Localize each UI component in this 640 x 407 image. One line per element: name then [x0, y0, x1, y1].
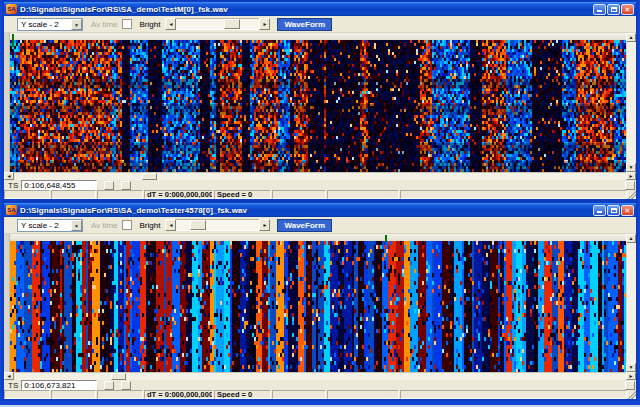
display-area: ▲ ▼	[4, 33, 636, 172]
time-ruler[interactable]	[10, 234, 626, 241]
speed-readout: Speed = 0	[214, 390, 271, 399]
scroll-left-icon[interactable]: ◄	[4, 372, 14, 380]
app-icon: SA	[6, 4, 17, 14]
status-panel-3	[97, 390, 143, 399]
horizontal-scroll-track[interactable]	[14, 372, 626, 380]
waveform-button[interactable]: WaveForm	[277, 18, 332, 31]
timestamp-row: TS 0:106,648,455	[4, 180, 636, 190]
horizontal-scroll-thumb[interactable]	[111, 373, 126, 380]
window-titlebar[interactable]: SA D:\Signals\SignalsFor\RS\SA_demo\Test…	[4, 2, 636, 16]
waveform-density-display[interactable]	[10, 40, 626, 172]
y-scale-select[interactable]: Y scale - 2 ▼	[17, 18, 83, 31]
ts-step-button-2[interactable]	[121, 181, 131, 190]
av-time-checkbox[interactable]	[122, 19, 132, 29]
chevron-down-icon[interactable]: ▼	[71, 19, 82, 30]
timestamp-field[interactable]: 0:106,673,821	[21, 380, 97, 390]
window-title: D:\Signals\SignalsFor\RS\SA_demo\Tester4…	[20, 206, 593, 215]
slider-left-arrow-icon[interactable]: ◄	[165, 18, 176, 30]
signal-viewer-window: SA D:\Signals\SignalsFor\RS\SA_demo\Test…	[2, 201, 638, 401]
av-time-checkbox[interactable]	[122, 220, 132, 230]
bright-label: Bright	[140, 20, 161, 29]
toolbar: Y scale - 2 ▼ Av time Bright ◄ ► WaveFor…	[4, 16, 636, 33]
maximize-button[interactable]	[607, 205, 620, 216]
dt-readout: dT = 0:000,000,000	[144, 390, 213, 399]
ts-step-button-1[interactable]	[104, 381, 114, 390]
scroll-right-icon[interactable]: ►	[626, 372, 636, 380]
slider-right-arrow-icon[interactable]: ►	[259, 219, 270, 231]
bright-slider-thumb[interactable]	[224, 19, 240, 29]
scroll-right-icon[interactable]: ►	[626, 172, 636, 180]
status-panel-7	[327, 190, 399, 199]
status-panel-2	[51, 190, 96, 199]
scroll-down-icon[interactable]: ▼	[626, 363, 636, 372]
horizontal-scrollbar[interactable]: ◄ ►	[4, 372, 636, 380]
signal-viewer-window: SA D:\Signals\SignalsFor\RS\SA_demo\Test…	[2, 0, 638, 201]
bright-slider[interactable]: ◄ ►	[165, 219, 270, 231]
maximize-icon	[611, 208, 617, 213]
window-title: D:\Signals\SignalsFor\RS\SA_demo\TestM[0…	[20, 5, 593, 14]
ts-step-button-2[interactable]	[121, 381, 131, 390]
ts-label: TS	[4, 181, 21, 190]
vertical-scrollbar[interactable]: ▲ ▼	[626, 234, 636, 372]
maximize-button[interactable]	[607, 4, 620, 15]
ts-right-button[interactable]	[625, 181, 635, 190]
maximize-icon	[611, 7, 617, 12]
y-scale-select[interactable]: Y scale - 2 ▼	[17, 219, 83, 232]
close-button[interactable]: ✕	[621, 4, 634, 15]
ts-right-button[interactable]	[625, 381, 635, 390]
bright-slider-track[interactable]	[176, 18, 259, 30]
slider-left-arrow-icon[interactable]: ◄	[165, 219, 176, 231]
timestamp-row: TS 0:106,673,821	[4, 380, 636, 390]
bright-slider-thumb[interactable]	[190, 220, 206, 230]
av-time-label: Av time	[91, 221, 118, 230]
display-area: ▲ ▼	[4, 234, 636, 372]
status-panel-1	[4, 190, 50, 199]
scroll-left-icon[interactable]: ◄	[4, 172, 14, 180]
bright-slider-track[interactable]	[176, 219, 259, 231]
time-ruler[interactable]	[10, 33, 626, 40]
slider-right-arrow-icon[interactable]: ►	[259, 18, 270, 30]
scroll-up-icon[interactable]: ▲	[626, 33, 636, 42]
display-main	[10, 234, 626, 372]
vertical-scroll-track[interactable]	[626, 42, 636, 163]
minimize-icon	[597, 211, 602, 213]
toolbar: Y scale - 2 ▼ Av time Bright ◄ ► WaveFor…	[4, 217, 636, 234]
bright-label: Bright	[140, 221, 161, 230]
status-panel-fill	[400, 190, 627, 199]
vertical-scrollbar[interactable]: ▲ ▼	[626, 33, 636, 172]
y-scale-value: Y scale - 2	[18, 221, 71, 230]
window-controls: ✕	[593, 4, 634, 15]
scroll-down-icon[interactable]: ▼	[626, 163, 636, 172]
status-panel-3	[97, 190, 143, 199]
waveform-button[interactable]: WaveForm	[277, 219, 332, 232]
status-panel-2	[51, 390, 96, 399]
minimize-button[interactable]	[593, 4, 606, 15]
scroll-up-icon[interactable]: ▲	[626, 234, 636, 243]
status-panel-1	[4, 390, 50, 399]
speed-readout: Speed = 0	[214, 190, 271, 199]
bright-slider[interactable]: ◄ ►	[165, 18, 270, 30]
cursor-marker[interactable]	[12, 34, 14, 47]
ts-label: TS	[4, 381, 21, 390]
resize-grip[interactable]	[628, 390, 636, 399]
resize-grip[interactable]	[628, 190, 636, 199]
minimize-button[interactable]	[593, 205, 606, 216]
status-bar: dT = 0:000,000,000 Speed = 0	[4, 390, 636, 399]
horizontal-scroll-track[interactable]	[14, 172, 626, 180]
window-controls: ✕	[593, 205, 634, 216]
chevron-down-icon[interactable]: ▼	[71, 220, 82, 231]
horizontal-scrollbar[interactable]: ◄ ►	[4, 172, 636, 180]
close-button[interactable]: ✕	[621, 205, 634, 216]
status-panel-6	[272, 190, 326, 199]
window-titlebar[interactable]: SA D:\Signals\SignalsFor\RS\SA_demo\Test…	[4, 203, 636, 217]
waveform-density-display[interactable]	[10, 241, 626, 372]
av-time-label: Av time	[91, 20, 118, 29]
timestamp-field[interactable]: 0:106,648,455	[21, 180, 97, 190]
horizontal-scroll-thumb[interactable]	[142, 173, 157, 180]
vertical-scroll-track[interactable]	[626, 243, 636, 363]
status-panel-7	[327, 390, 399, 399]
ts-step-button-1[interactable]	[104, 181, 114, 190]
status-panel-6	[272, 390, 326, 399]
y-scale-value: Y scale - 2	[18, 20, 71, 29]
cursor-marker[interactable]	[385, 235, 387, 242]
